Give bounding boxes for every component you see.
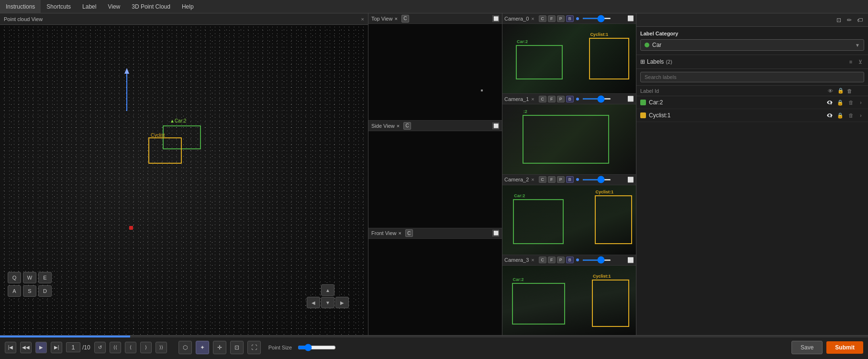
front-view-c-btn[interactable]: C: [405, 229, 413, 237]
tool-move[interactable]: ✛: [213, 341, 226, 354]
label-cyclist1-expand[interactable]: ›: [857, 112, 864, 119]
frame-next-next[interactable]: ⟩⟩: [156, 342, 167, 353]
camera-1-c-btn[interactable]: C: [539, 96, 546, 102]
camera-3-f-btn[interactable]: F: [548, 257, 556, 263]
camera-1-close[interactable]: ×: [531, 96, 534, 102]
camera-1-p-btn[interactable]: P: [557, 96, 565, 102]
camera-3-slider[interactable]: [582, 259, 611, 261]
side-view-c-btn[interactable]: C: [403, 122, 411, 130]
camera-3-body: Car:2 Cyclist:1: [502, 266, 636, 335]
transport-start[interactable]: |◀: [5, 342, 16, 353]
camera-2-f-btn[interactable]: F: [548, 176, 556, 183]
camera-0-f-btn[interactable]: F: [548, 15, 556, 22]
camera-3-b-btn[interactable]: B: [566, 257, 574, 263]
camera-1-b-btn[interactable]: B: [566, 96, 574, 102]
top-view-body[interactable]: [368, 24, 502, 120]
camera-2-maximize[interactable]: ⬜: [627, 177, 634, 183]
label-cyclist1-lock[interactable]: 🔒: [836, 112, 844, 119]
point-size-slider[interactable]: [298, 344, 336, 351]
right-panel-icon-2[interactable]: ✏: [845, 16, 854, 24]
camera-1-car-bbox: :2: [523, 115, 609, 164]
kb-key-s[interactable]: S: [23, 285, 36, 297]
front-view-body[interactable]: [368, 239, 502, 335]
front-view-close[interactable]: ×: [398, 230, 401, 236]
camera-3-p-btn[interactable]: P: [557, 257, 565, 263]
kb-key-a[interactable]: A: [8, 285, 21, 297]
tool-rotate[interactable]: ⊡: [230, 341, 244, 354]
labels-funnel-btn[interactable]: ⊻: [857, 58, 864, 66]
side-view-body[interactable]: [368, 131, 502, 227]
camera-0-maximize[interactable]: ⬜: [627, 15, 634, 22]
frame-prev-prev[interactable]: ⟨⟨: [110, 342, 121, 353]
label-cyclist1-delete[interactable]: 🗑: [847, 112, 855, 119]
camera-1-maximize[interactable]: ⬜: [627, 96, 634, 102]
label-car2-lock[interactable]: 🔒: [836, 99, 844, 106]
camera-0-panel: Camera_0 × C F P B ⬜ Car:2 Cycli: [502, 13, 636, 94]
front-view-content: [368, 239, 502, 335]
search-labels-input[interactable]: [640, 72, 864, 82]
transport-play[interactable]: ▶: [35, 342, 47, 353]
side-view-maximize[interactable]: ⬜: [492, 123, 499, 129]
menu-instructions[interactable]: Instructions: [0, 0, 41, 13]
camera-2-slider[interactable]: [582, 179, 611, 180]
nav-right-btn[interactable]: ▶: [335, 297, 349, 308]
top-view-c-btn[interactable]: C: [401, 15, 409, 22]
labels-filter-btn[interactable]: ≡: [847, 58, 855, 66]
nav-left-btn[interactable]: ◀: [307, 297, 320, 308]
label-car2-expand[interactable]: ›: [857, 99, 864, 106]
camera-0-title: Camera_0: [504, 16, 529, 22]
front-view-maximize[interactable]: ⬜: [492, 230, 499, 236]
kb-key-w[interactable]: W: [23, 272, 36, 283]
menu-label[interactable]: Label: [77, 0, 102, 13]
frame-input[interactable]: [66, 342, 80, 352]
point-cloud-close-btn[interactable]: ×: [361, 16, 364, 22]
camera-0-slider[interactable]: [582, 18, 611, 19]
point-size-label: Point Size: [268, 345, 292, 350]
kb-key-d[interactable]: D: [38, 285, 52, 297]
frame-prev[interactable]: ⟨: [125, 342, 136, 353]
menu-3d-point-cloud[interactable]: 3D Point Cloud: [126, 0, 176, 13]
camera-3-close[interactable]: ×: [531, 257, 534, 263]
camera-1-f-btn[interactable]: F: [548, 96, 556, 102]
transport-prev-fast[interactable]: ◀◀: [20, 342, 32, 353]
camera-2-close[interactable]: ×: [531, 177, 534, 182]
pc-bbox-cyclist[interactable]: [148, 137, 182, 164]
tool-fullscreen[interactable]: ⛶: [247, 341, 261, 354]
save-button[interactable]: Save: [791, 341, 823, 354]
label-car2-eye-off[interactable]: 👁‍🗨: [826, 99, 834, 106]
camera-0-p-btn[interactable]: P: [557, 15, 565, 22]
submit-button[interactable]: Submit: [826, 341, 863, 354]
side-view-close[interactable]: ×: [397, 123, 400, 129]
label-cyclist1-eye-off[interactable]: 👁‍🗨: [826, 112, 834, 119]
menu-help[interactable]: Help: [176, 0, 200, 13]
nav-up-btn[interactable]: ▲: [321, 284, 334, 296]
label-car2-delete[interactable]: 🗑: [847, 99, 855, 106]
camera-0-b-btn[interactable]: B: [566, 15, 574, 22]
kb-key-q[interactable]: Q: [8, 272, 21, 283]
transport-next-fast[interactable]: ▶|: [51, 342, 62, 353]
nav-down-btn[interactable]: ▼: [321, 297, 334, 308]
top-view-maximize[interactable]: ⬜: [492, 15, 499, 22]
camera-2-b-btn[interactable]: B: [566, 176, 574, 183]
tool-select[interactable]: ✦: [196, 341, 209, 354]
camera-3-c-btn[interactable]: C: [539, 257, 546, 263]
menu-view[interactable]: View: [102, 0, 126, 13]
tool-3d-box[interactable]: ⬡: [178, 341, 192, 354]
camera-2-c-btn[interactable]: C: [539, 176, 546, 183]
kb-key-e[interactable]: E: [38, 272, 52, 283]
frame-next[interactable]: ⟩: [140, 342, 152, 353]
camera-0-close[interactable]: ×: [531, 16, 534, 22]
camera-2-car-label: Car:2: [514, 193, 525, 198]
camera-2-p-btn[interactable]: P: [557, 176, 565, 183]
top-view-close[interactable]: ×: [394, 16, 397, 22]
camera-3-maximize[interactable]: ⬜: [627, 257, 634, 263]
camera-0-c-btn[interactable]: C: [539, 15, 546, 22]
front-view-panel: Front View × C ⬜: [368, 228, 502, 335]
menu-shortcuts[interactable]: Shortcuts: [41, 0, 77, 13]
refresh-btn[interactable]: ↺: [94, 342, 106, 353]
camera-1-slider[interactable]: [582, 98, 611, 100]
right-panel-icon-3[interactable]: 🏷: [856, 16, 864, 24]
category-dropdown[interactable]: Car ▼: [640, 39, 864, 51]
point-cloud-viewport[interactable]: ▲Car:2 Cyclist Q W E A S D: [0, 25, 368, 335]
right-panel-icon-1[interactable]: ⊡: [835, 16, 843, 24]
